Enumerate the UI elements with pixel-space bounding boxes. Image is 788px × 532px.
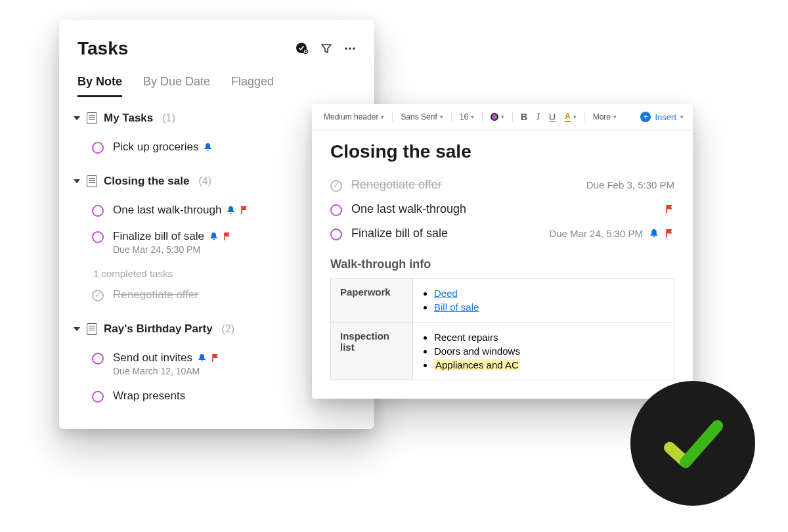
flag-icon <box>223 232 232 241</box>
tasks-tabs: By Note By Due Date Flagged <box>59 66 374 97</box>
tasks-title: Tasks <box>77 38 128 59</box>
task-checkbox-icon[interactable] <box>92 391 104 403</box>
task-title: Wrap presents <box>113 389 185 403</box>
note-icon <box>87 323 97 335</box>
more-dropdown[interactable]: More ▾ <box>590 111 619 123</box>
bold-button[interactable]: B <box>518 110 530 123</box>
chevron-down-icon <box>74 179 80 183</box>
svg-point-2 <box>345 47 347 50</box>
color-swatch-icon <box>491 113 498 121</box>
editor-task-row[interactable]: One last walk-through <box>330 197 674 221</box>
separator <box>451 112 452 122</box>
flag-icon <box>665 204 674 214</box>
chevron-down-icon: ▾ <box>501 114 504 120</box>
separator <box>512 112 513 122</box>
editor-task-title: Renegotiate offer <box>351 178 442 192</box>
task-title: Finalize bill of sale <box>113 230 204 243</box>
underline-button[interactable]: U <box>546 110 558 123</box>
tasks-header-actions <box>296 42 356 55</box>
editor-task-due: Due Mar 24, 5:30 PM <box>549 228 643 239</box>
text-color-dropdown[interactable]: ▾ <box>488 112 507 122</box>
link-bill-of-sale[interactable]: Bill of sale <box>434 301 479 313</box>
section-count: (2) <box>222 323 235 335</box>
separator <box>392 112 393 122</box>
note-icon <box>87 112 97 124</box>
font-size-dropdown[interactable]: 16 ▾ <box>457 111 477 123</box>
bell-icon <box>227 206 235 215</box>
tab-by-note[interactable]: By Note <box>77 75 122 97</box>
bell-icon <box>649 229 659 238</box>
table-cell[interactable]: Deed Bill of sale <box>413 278 674 322</box>
italic-button[interactable]: I <box>534 110 542 123</box>
tab-flagged[interactable]: Flagged <box>231 75 274 97</box>
task-checkbox-icon[interactable] <box>92 231 104 243</box>
header-style-label: Medium header <box>324 112 378 122</box>
tasks-header: Tasks <box>59 38 374 66</box>
section-title: Closing the sale <box>104 175 189 188</box>
font-family-label: Sans Serif <box>401 112 437 122</box>
editor-toolbar: Medium header ▾ Sans Serif ▾ 16 ▾ ▾ B I … <box>312 104 693 131</box>
chevron-down-icon: ▾ <box>381 114 384 120</box>
checkmark-icon <box>657 407 729 479</box>
task-title: Renegotiate offer <box>113 288 198 301</box>
task-checkbox-icon[interactable] <box>330 204 342 216</box>
editor-task-title: One last walk-through <box>351 202 466 216</box>
chevron-down-icon <box>74 327 80 331</box>
table-label: Inspection list <box>331 322 413 380</box>
task-checkbox-done-icon[interactable] <box>330 180 342 192</box>
chevron-down-icon <box>74 116 80 120</box>
table-cell[interactable]: Recent repairs Doors and windows Applian… <box>413 322 674 380</box>
more-icon[interactable] <box>344 47 356 51</box>
list-item: Doors and windows <box>434 344 665 358</box>
separator <box>584 112 585 122</box>
bell-icon <box>204 143 212 152</box>
separator <box>482 112 483 122</box>
editor-task-due: Due Feb 3, 5:30 PM <box>586 179 674 190</box>
task-checkbox-icon[interactable] <box>92 353 104 365</box>
font-size-label: 16 <box>460 112 468 122</box>
editor-body: Closing the sale Renegotiate offer Due F… <box>312 131 693 399</box>
tab-by-due-date[interactable]: By Due Date <box>143 75 210 97</box>
section-count: (4) <box>198 175 211 187</box>
flag-icon <box>211 353 220 363</box>
chevron-down-icon: ▾ <box>440 114 443 120</box>
highlight-dropdown[interactable]: A ▾ <box>562 110 579 123</box>
task-checkbox-icon[interactable] <box>92 205 104 217</box>
svg-point-4 <box>353 47 355 50</box>
plus-icon: + <box>640 112 651 122</box>
header-style-dropdown[interactable]: Medium header ▾ <box>321 111 387 123</box>
list-item: Deed <box>434 286 665 300</box>
checkmark-badge <box>630 381 755 506</box>
chevron-down-icon: ▾ <box>613 114 617 120</box>
task-checkbox-icon[interactable] <box>330 229 342 240</box>
font-family-dropdown[interactable]: Sans Serif ▾ <box>398 111 445 123</box>
table-label: Paperwork <box>331 278 413 322</box>
editor-task-title: Finalize bill of sale <box>351 227 448 240</box>
task-checkbox-done-icon[interactable] <box>92 290 104 301</box>
task-title: Send out invites <box>113 351 192 365</box>
editor-task-row[interactable]: Finalize bill of sale Due Mar 24, 5:30 P… <box>330 221 674 246</box>
chevron-down-icon: ▾ <box>680 114 684 120</box>
section-title: Ray's Birthday Party <box>104 322 213 336</box>
note-title[interactable]: Closing the sale <box>330 141 674 162</box>
insert-label: Insert <box>655 112 676 122</box>
insert-dropdown[interactable]: + Insert ▾ <box>640 112 684 122</box>
editor-task-row[interactable]: Renegotiate offer Due Feb 3, 5:30 PM <box>330 173 674 197</box>
more-label: More <box>593 112 611 122</box>
chevron-down-icon: ▾ <box>573 114 577 120</box>
section-title: My Tasks <box>104 112 153 125</box>
list-item: Bill of sale <box>434 300 665 314</box>
task-checkbox-icon[interactable] <box>92 142 104 154</box>
bell-icon <box>198 353 206 363</box>
list-item: Appliances and AC <box>434 358 665 372</box>
chevron-down-icon: ▾ <box>471 114 474 120</box>
task-title: Pick up groceries <box>113 141 198 154</box>
editor-subheading: Walk-through info <box>330 257 674 271</box>
highlighter-icon: A <box>565 112 571 122</box>
link-deed[interactable]: Deed <box>434 288 458 299</box>
info-table: Paperwork Deed Bill of sale Inspection l… <box>330 278 674 380</box>
editor-panel: Medium header ▾ Sans Serif ▾ 16 ▾ ▾ B I … <box>312 104 693 399</box>
filter-icon[interactable] <box>320 43 332 55</box>
svg-point-3 <box>349 47 351 50</box>
add-task-icon[interactable] <box>296 42 309 55</box>
